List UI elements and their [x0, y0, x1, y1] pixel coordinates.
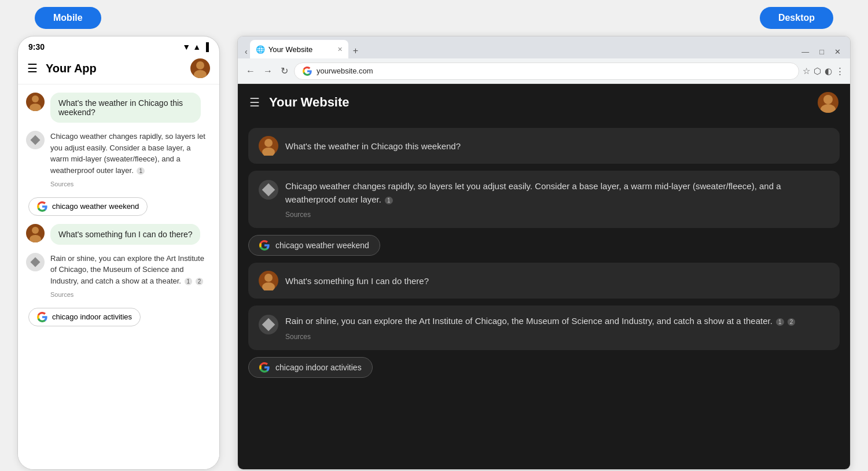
mobile-header: ☰ Your App — [18, 54, 219, 84]
minimize-button[interactable]: — — [797, 45, 814, 58]
bot-avatar — [26, 253, 45, 271]
sources-label: Sources — [50, 179, 207, 189]
search-chip[interactable]: chicago indoor activities — [28, 308, 141, 326]
svg-point-8 — [264, 139, 273, 147]
back-nav-button[interactable]: ← — [244, 64, 258, 79]
user-message: What's the weather in Chicago this weeke… — [50, 93, 201, 123]
list-item: Chicago weather changes rapidly, so laye… — [26, 131, 211, 189]
bot-message: Rain or shine, you can explore the Art I… — [50, 253, 207, 300]
list-item: What's something fun I can do there? — [248, 263, 840, 299]
extensions-button[interactable]: ⬡ — [814, 66, 821, 76]
close-button[interactable]: ✕ — [830, 45, 845, 58]
mobile-button[interactable]: Mobile — [35, 7, 101, 29]
svg-point-6 — [823, 95, 833, 104]
user-message: What's something fun I can do there? — [285, 276, 429, 286]
web-hamburger-icon[interactable]: ☰ — [249, 95, 260, 109]
browser-toolbar: ← → ↻ yourwebsite.com ☆ ⬡ ◐ ⋮ — [238, 58, 850, 84]
signal-icon: ▲ — [193, 42, 201, 51]
svg-point-11 — [262, 282, 275, 290]
search-query: chicago weather weekend — [52, 202, 139, 211]
tab-close-button[interactable]: ✕ — [337, 46, 343, 53]
svg-point-1 — [194, 70, 207, 78]
bot-avatar — [259, 315, 278, 334]
toolbar-icons: ☆ ⬡ ◐ ⋮ — [803, 66, 844, 76]
bookmark-button[interactable]: ☆ — [803, 66, 810, 76]
new-tab-button[interactable]: + — [348, 43, 363, 58]
source-ref-2: 2 — [788, 318, 796, 326]
bot-message: Rain or shine, you can explore the Art I… — [285, 316, 795, 326]
user-avatar — [259, 136, 278, 156]
svg-point-0 — [196, 61, 204, 69]
sources-label: Sources — [50, 290, 207, 300]
google-favicon — [303, 67, 312, 76]
mobile-status-bar: 9:30 ▼ ▲ ▐ — [18, 36, 219, 54]
sources-label: Sources — [285, 211, 829, 219]
hamburger-icon[interactable]: ☰ — [27, 61, 38, 75]
status-icons: ▼ ▲ ▐ — [182, 42, 209, 51]
desktop-button[interactable]: Desktop — [760, 7, 833, 29]
search-query-2: chicago indoor activities — [275, 363, 362, 372]
bot-avatar — [259, 180, 278, 200]
browser-tabs-row: ‹ 🌐 Your Website ✕ + — □ ✕ — [238, 36, 850, 58]
mobile-mockup: 9:30 ▼ ▲ ▐ ☰ Your App — [17, 36, 220, 470]
user-avatar — [259, 271, 278, 290]
bot-avatar — [26, 131, 45, 149]
web-chat: What's the weather in Chicago this weeke… — [238, 121, 850, 385]
list-item: Chicago weather changes rapidly, so laye… — [248, 171, 840, 228]
search-query-2: chicago indoor activities — [52, 312, 132, 321]
menu-button[interactable]: ⋮ — [836, 66, 844, 76]
source-ref-1: 1 — [185, 278, 193, 285]
wifi-icon: ▼ — [182, 42, 190, 51]
source-ref-2: 2 — [196, 278, 204, 285]
back-button[interactable]: ‹ — [242, 45, 250, 58]
list-item: Rain or shine, you can explore the Art I… — [26, 253, 211, 300]
search-chip-2[interactable]: chicago indoor activities — [248, 357, 373, 378]
browser-content: ☰ Your Website — [238, 84, 850, 469]
svg-point-7 — [821, 104, 836, 113]
user-avatar — [26, 224, 45, 242]
source-ref: 1 — [137, 167, 145, 175]
google-icon — [259, 240, 270, 251]
list-item: What's the weather in Chicago this weeke… — [26, 93, 211, 123]
svg-point-2 — [32, 95, 39, 102]
web-avatar — [818, 92, 838, 113]
user-message: What's something fun I can do there? — [50, 224, 200, 245]
status-time: 9:30 — [28, 42, 45, 51]
url-display: yourwebsite.com — [317, 67, 373, 75]
sources-label: Sources — [285, 333, 829, 341]
mobile-chat: What's the weather in Chicago this weeke… — [18, 84, 219, 469]
tab-favicon: 🌐 — [256, 45, 265, 54]
desktop-mockup: ‹ 🌐 Your Website ✕ + — □ ✕ ← → ↻ — [237, 36, 851, 470]
search-chip[interactable]: chicago weather weekend — [28, 197, 148, 216]
list-item: What's the weather in Chicago this weeke… — [248, 128, 840, 164]
list-item: Rain or shine, you can explore the Art I… — [248, 306, 840, 350]
bot-content: Rain or shine, you can explore the Art I… — [285, 315, 829, 341]
profiles-button[interactable]: ◐ — [825, 66, 832, 76]
tab-title: Your Website — [269, 45, 313, 54]
svg-point-3 — [30, 104, 41, 111]
bot-message: Chicago weather changes rapidly, so laye… — [285, 181, 781, 204]
list-item: What's something fun I can do there? — [26, 224, 211, 245]
svg-point-9 — [262, 148, 275, 156]
google-icon-2 — [259, 362, 270, 373]
avatar — [190, 58, 210, 78]
source-ref-1: 1 — [776, 318, 784, 326]
forward-nav-button[interactable]: → — [261, 64, 275, 79]
bot-content: Chicago weather changes rapidly, so laye… — [285, 180, 829, 219]
svg-point-5 — [30, 235, 41, 242]
browser-tab[interactable]: 🌐 Your Website ✕ — [250, 40, 348, 58]
refresh-button[interactable]: ↻ — [278, 63, 290, 79]
svg-point-4 — [32, 227, 39, 234]
web-title: Your Website — [269, 95, 350, 110]
address-bar[interactable]: yourwebsite.com — [294, 62, 799, 80]
web-header: ☰ Your Website — [238, 84, 850, 121]
search-chip[interactable]: chicago weather weekend — [248, 235, 380, 256]
bot-message: Chicago weather changes rapidly, so laye… — [50, 131, 207, 189]
maximize-button[interactable]: □ — [815, 45, 829, 58]
battery-icon: ▐ — [203, 42, 209, 51]
user-avatar — [26, 93, 45, 111]
source-ref: 1 — [385, 197, 393, 204]
mobile-app-title: Your App — [46, 62, 190, 75]
user-message: What's the weather in Chicago this weeke… — [285, 141, 461, 151]
search-query: chicago weather weekend — [275, 241, 369, 250]
